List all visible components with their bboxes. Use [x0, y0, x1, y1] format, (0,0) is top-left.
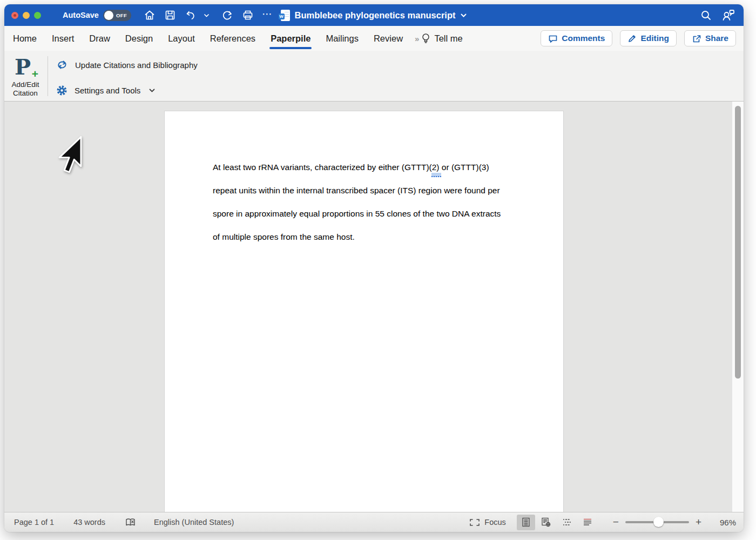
tab-design[interactable]: Design	[118, 26, 160, 51]
share-feedback-icon[interactable]	[721, 9, 735, 21]
focus-button[interactable]: Focus	[469, 518, 506, 526]
search-icon[interactable]	[700, 10, 712, 21]
comments-label: Comments	[562, 33, 605, 43]
page-indicator[interactable]: Page 1 of 1	[14, 518, 54, 526]
tab-paperpile[interactable]: Paperpile	[263, 26, 318, 51]
paperpile-logo-icon: P +	[15, 55, 36, 79]
settings-dropdown-chevron-icon	[148, 87, 156, 94]
focus-icon	[469, 518, 480, 526]
zoom-slider-thumb[interactable]	[653, 517, 664, 527]
titlebar: AutoSave OFF	[4, 4, 744, 26]
update-citations-button[interactable]: Update Citations and Bibliography	[56, 53, 198, 76]
undo-dropdown-chevron-icon[interactable]	[200, 9, 213, 22]
autosave-toggle[interactable]: OFF	[103, 10, 131, 21]
tell-me-label: Tell me	[434, 33, 462, 44]
word-document-icon: W	[281, 10, 290, 21]
share-button[interactable]: Share	[684, 30, 736, 46]
autosave-label: AutoSave	[63, 11, 99, 19]
comment-icon	[548, 34, 558, 43]
word-count[interactable]: 43 words	[73, 518, 105, 526]
gear-icon	[56, 85, 68, 96]
tab-insert[interactable]: Insert	[44, 26, 82, 51]
more-commands-icon[interactable]: ⋯	[262, 8, 273, 23]
document-page[interactable]: At least two rRNA variants, characterize…	[165, 111, 563, 512]
mouse-cursor-icon	[57, 135, 84, 178]
lightbulb-icon	[421, 33, 430, 44]
fullscreen-button[interactable]	[34, 12, 41, 19]
add-edit-citation-button[interactable]: P + Add/Edit Citation	[4, 51, 46, 102]
tab-layout[interactable]: Layout	[160, 26, 202, 51]
tell-me-control[interactable]: Tell me	[421, 33, 462, 44]
tab-references[interactable]: References	[202, 26, 263, 51]
document-canvas[interactable]: At least two rRNA variants, characterize…	[4, 102, 744, 512]
undo-icon[interactable]	[184, 9, 197, 22]
spellcheck-icon[interactable]	[125, 517, 137, 528]
vertical-scrollbar-thumb[interactable]	[735, 106, 741, 379]
zoom-out-button[interactable]: −	[610, 516, 622, 528]
zoom-control: − + 96%	[610, 516, 736, 528]
language-indicator[interactable]: English (United States)	[154, 518, 234, 526]
print-layout-icon	[522, 517, 530, 527]
zoom-slider[interactable]	[625, 517, 689, 528]
status-bar: Page 1 of 1 43 words English (United Sta…	[4, 512, 744, 532]
focus-label: Focus	[484, 518, 506, 526]
screen: AutoSave OFF	[0, 0, 756, 540]
tab-overflow-icon[interactable]: »	[415, 34, 418, 43]
add-edit-citation-label-line1: Add/Edit	[11, 80, 39, 89]
document-title[interactable]: Bumblebee phylogenetics manuscript	[295, 10, 456, 21]
redo-icon[interactable]	[221, 9, 234, 22]
vertical-scrollbar-track[interactable]	[732, 102, 744, 512]
sync-icon	[56, 59, 68, 70]
print-icon[interactable]	[241, 9, 254, 22]
autosave-toggle-knob	[104, 11, 113, 20]
citation-field-marker	[431, 173, 441, 177]
share-label: Share	[705, 33, 728, 43]
autosave-control: AutoSave OFF	[63, 10, 131, 21]
share-icon	[692, 34, 701, 43]
draft-view-button[interactable]	[578, 515, 597, 530]
minimize-button[interactable]	[23, 12, 30, 19]
save-icon[interactable]	[164, 9, 177, 22]
draft-view-icon	[583, 518, 592, 526]
traffic-lights	[11, 12, 41, 19]
close-button[interactable]	[11, 12, 18, 19]
zoom-in-button[interactable]: +	[692, 516, 705, 528]
update-citations-label: Update Citations and Bibliography	[75, 60, 198, 70]
autosave-state: OFF	[116, 12, 127, 18]
print-layout-view-button[interactable]	[517, 515, 535, 530]
document-text[interactable]: At least two rRNA variants, characterize…	[213, 156, 521, 248]
home-icon[interactable]	[143, 9, 156, 22]
comments-button[interactable]: Comments	[541, 30, 612, 46]
web-layout-icon	[541, 517, 551, 527]
title-dropdown-chevron-icon[interactable]	[460, 12, 467, 19]
pencil-icon	[627, 34, 637, 43]
document-title-group[interactable]: W Bumblebee phylogenetics manuscript	[281, 10, 468, 21]
ribbon-tab-row: Home Insert Draw Design Layout Reference…	[4, 26, 744, 51]
paperpile-ribbon: P + Add/Edit Citation Upd	[4, 51, 744, 102]
document-line[interactable]: spore in approximately equal proportions…	[213, 202, 521, 225]
document-line[interactable]: repeat units within the internal transcr…	[213, 179, 521, 202]
zoom-percentage[interactable]: 96%	[705, 518, 736, 527]
document-line[interactable]: At least two rRNA variants, characterize…	[213, 156, 521, 179]
ribbon-divider	[48, 56, 48, 96]
settings-tools-label: Settings and Tools	[75, 86, 140, 95]
document-line[interactable]: of multiple spores from the same host.	[213, 225, 521, 248]
editing-button[interactable]: Editing	[620, 30, 677, 46]
tab-review[interactable]: Review	[366, 26, 410, 51]
outline-view-button[interactable]	[558, 515, 576, 530]
web-layout-view-button[interactable]	[537, 515, 556, 530]
settings-tools-button[interactable]: Settings and Tools	[56, 79, 198, 102]
tab-home[interactable]: Home	[5, 26, 44, 51]
tab-draw[interactable]: Draw	[82, 26, 118, 51]
tab-mailings[interactable]: Mailings	[318, 26, 366, 51]
outline-view-icon	[562, 518, 572, 526]
word-window: AutoSave OFF	[4, 4, 744, 532]
add-edit-citation-label-line2: Citation	[11, 89, 39, 98]
editing-label: Editing	[640, 33, 669, 43]
